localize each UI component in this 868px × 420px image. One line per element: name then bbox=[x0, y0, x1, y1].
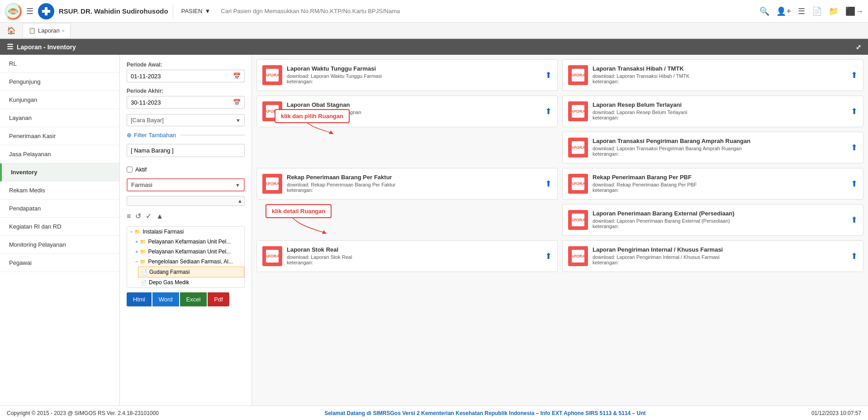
tree-container: − 📁 Instalasi Farmasi + 📁 Pelayanan Kefa… bbox=[127, 226, 245, 288]
folder-icon[interactable]: 📁 bbox=[829, 6, 839, 16]
html-button[interactable]: Html bbox=[127, 292, 152, 306]
close-tab-icon[interactable]: × bbox=[62, 28, 65, 33]
tree-label-depo: Depo Gas Medik bbox=[149, 279, 189, 286]
list-icon[interactable]: ☰ bbox=[798, 6, 805, 16]
sidebar-item-rekam-medis[interactable]: Rekam Medis bbox=[0, 181, 119, 200]
sidebar-item-jasa-pelayanan[interactable]: Jasa Pelayanan bbox=[0, 145, 119, 163]
filter-tambahan-label: Filter Tambahan bbox=[134, 132, 176, 138]
report-card-hibah: LAPORAN Laporan Transaksi Hibah / TMTK d… bbox=[562, 59, 863, 91]
report-card-resep-belum: LAPORAN Laporan Resep Belum Terlayani do… bbox=[562, 95, 863, 127]
logout-icon[interactable]: ⬛→ bbox=[845, 6, 863, 16]
tree-item-depo-gas[interactable]: 📄 Depo Gas Medik bbox=[138, 277, 244, 287]
filter-tambahan[interactable]: ⊕ Filter Tambahan bbox=[127, 132, 245, 138]
tree-minus-icon-2: − bbox=[135, 259, 138, 264]
sidebar-item-pendapatan[interactable]: Pendapatan bbox=[0, 200, 119, 218]
annotation-1-container: klik dan pilih Ruangan bbox=[275, 109, 338, 136]
excel-button[interactable]: Excel bbox=[180, 292, 207, 306]
check-icon[interactable]: ✓ bbox=[146, 212, 152, 220]
report-keterangan-10: keterangan: bbox=[593, 224, 846, 229]
download-btn-7[interactable]: ⬆ bbox=[545, 179, 552, 189]
tree-folder-icon-2: 📁 bbox=[140, 249, 146, 255]
annotation-box-1: klik dan pilih Ruangan bbox=[275, 109, 350, 123]
patient-search-input[interactable] bbox=[218, 5, 755, 17]
calendar-icon-akhir[interactable]: 📅 bbox=[233, 99, 241, 106]
tree-item-pengelolaan[interactable]: − 📁 Pengelolaan Sediaan Farmasi, Al... bbox=[133, 257, 244, 267]
report-card-rekap-faktur: LAPORAN Rekap Penerimaan Barang Per Fakt… bbox=[256, 168, 558, 200]
home-tab[interactable]: 🏠 bbox=[2, 24, 20, 38]
tab-bar: 🏠 📋 Laporan × bbox=[0, 23, 868, 39]
section-header: ☰ Laporan - Inventory ⤢ bbox=[0, 39, 868, 55]
add-user-icon[interactable]: 👤+ bbox=[776, 6, 791, 16]
divider bbox=[173, 5, 173, 18]
periode-akhir-input[interactable] bbox=[131, 99, 233, 106]
farmasi-select[interactable]: Farmasi ▼ bbox=[127, 178, 245, 191]
tree-item-instalasi-farmasi[interactable]: − 📁 Instalasi Farmasi bbox=[127, 227, 244, 237]
expand-icon[interactable]: ⤢ bbox=[856, 43, 861, 51]
list-view-icon[interactable]: ≡ bbox=[127, 212, 131, 220]
refresh-icon[interactable]: ↺ bbox=[135, 212, 141, 220]
sidebar-item-layanan[interactable]: Layanan bbox=[0, 109, 119, 127]
hamburger-icon[interactable]: ☰ bbox=[26, 6, 33, 16]
sidebar-item-monitoring-pelayanan[interactable]: Monitoring Pelayanan bbox=[0, 236, 119, 254]
nama-barang-input[interactable] bbox=[127, 144, 245, 157]
sidebar-item-pegawai[interactable]: Pegawai bbox=[0, 254, 119, 272]
search-icon[interactable]: 🔍 bbox=[759, 6, 769, 16]
report-keterangan-2: keterangan: bbox=[593, 79, 846, 84]
sidebar-item-penerimaan-kasir[interactable]: Penerimaan Kasir bbox=[0, 127, 119, 145]
report-card-rekap-pbf: LAPORAN Rekap Penerimaan Barang Per PBF … bbox=[562, 168, 863, 200]
report-grid: LAPORAN Laporan Waktu Tunggu Farmasi dow… bbox=[256, 59, 863, 272]
collapse-icon[interactable]: ▲ bbox=[156, 212, 163, 220]
word-button[interactable]: Word bbox=[152, 292, 179, 306]
sidebar-item-inventory[interactable]: Inventory bbox=[0, 163, 119, 181]
sidebar-item-kegiatan-ri-rd[interactable]: Kegiatan RI dan RD bbox=[0, 218, 119, 236]
report-keterangan-11: keterangan: bbox=[287, 260, 541, 265]
report-download-7: download: Rekap Penerimaan Barang Per Fa… bbox=[287, 182, 541, 187]
sidebar-item-rl[interactable]: RL bbox=[0, 55, 119, 73]
download-btn-2[interactable]: ⬆ bbox=[851, 70, 858, 80]
download-btn-4[interactable]: ⬆ bbox=[851, 106, 858, 116]
section-menu-icon[interactable]: ☰ bbox=[7, 43, 13, 51]
download-btn-3[interactable]: ⬆ bbox=[545, 106, 552, 116]
document-icon[interactable]: 📄 bbox=[812, 6, 822, 16]
footer-marquee: Selamat Datang di SIMRSGos Versi 2 Kemen… bbox=[159, 410, 811, 416]
svg-text:SIM: SIM bbox=[9, 10, 17, 14]
report-title-12: Laporan Pengiriman Internal / Khusus Far… bbox=[593, 246, 846, 253]
sidebar-item-pengunjung[interactable]: Pengunjung bbox=[0, 73, 119, 91]
report-keterangan-8: keterangan: bbox=[593, 187, 846, 193]
download-btn-8[interactable]: ⬆ bbox=[851, 179, 858, 189]
tree-file-icon-1: 📄 bbox=[141, 269, 147, 275]
footer-datetime: 01/12/2023 10:07:57 bbox=[811, 410, 861, 416]
tree-item-pel-unit-2[interactable]: + 📁 Pelayanan Kefarmasian Unit Pel... bbox=[133, 247, 244, 257]
report-download-6: download: Laporan Transaksi Pengiriman B… bbox=[593, 146, 846, 151]
report-title-7: Rekap Penerimaan Barang Per Faktur bbox=[287, 174, 541, 181]
periode-akhir-row: Periode Akhir: 📅 bbox=[127, 88, 245, 109]
sidebar-item-kunjungan[interactable]: Kunjungan bbox=[0, 91, 119, 109]
cara-bayar-arrow: ▼ bbox=[236, 118, 241, 123]
pasien-dropdown[interactable]: PASIEN ▼ bbox=[178, 5, 214, 17]
report-download-4: download: Laporan Resep Belum Terlayani bbox=[593, 110, 846, 115]
download-btn-10[interactable]: ⬆ bbox=[851, 215, 858, 225]
download-btn-1[interactable]: ⬆ bbox=[545, 70, 552, 80]
download-btn-12[interactable]: ⬆ bbox=[851, 251, 858, 261]
laporan-tab[interactable]: 📋 Laporan × bbox=[23, 23, 71, 38]
tree-label-gudang: Gudang Farmasi bbox=[149, 269, 190, 275]
tree-item-pel-unit-1[interactable]: + 📁 Pelayanan Kefarmasian Unit Pel... bbox=[133, 237, 244, 247]
download-btn-11[interactable]: ⬆ bbox=[545, 251, 552, 261]
pdf-button[interactable]: Pdf bbox=[208, 292, 229, 306]
report-card-stok-real: LAPORAN Laporan Stok Real download: Lapo… bbox=[256, 240, 558, 272]
svg-rect-5 bbox=[42, 10, 50, 13]
filter-tambahan-line bbox=[180, 135, 245, 135]
calendar-icon-awal[interactable]: 📅 bbox=[233, 72, 241, 80]
download-btn-6[interactable]: ⬆ bbox=[851, 143, 858, 153]
report-title-1: Laporan Waktu Tunggu Farmasi bbox=[287, 65, 541, 72]
aktif-checkbox[interactable] bbox=[127, 167, 133, 172]
periode-awal-input[interactable] bbox=[131, 73, 233, 80]
tab-label: Laporan bbox=[38, 27, 60, 34]
periode-akhir-input-wrap[interactable]: 📅 bbox=[127, 96, 245, 109]
farmasi-dropdown-open[interactable]: ▲ bbox=[127, 196, 245, 206]
periode-awal-input-wrap[interactable]: 📅 bbox=[127, 70, 245, 82]
report-card-waktu-tunggu: LAPORAN Laporan Waktu Tunggu Farmasi dow… bbox=[256, 59, 558, 91]
cara-bayar-select[interactable]: [Cara Bayar] ▼ bbox=[127, 114, 245, 126]
farmasi-arrow: ▼ bbox=[235, 182, 240, 188]
tree-item-gudang-farmasi[interactable]: 📄 Gudang Farmasi bbox=[138, 267, 244, 277]
